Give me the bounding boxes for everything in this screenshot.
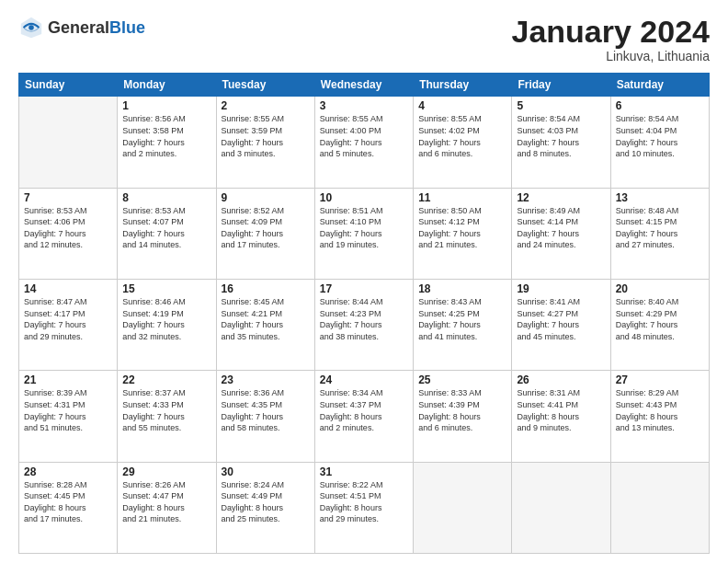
calendar-day-cell: 17Sunrise: 8:44 AMSunset: 4:23 PMDayligh… (314, 280, 413, 371)
day-info: Sunrise: 8:51 AMSunset: 4:10 PMDaylight:… (320, 205, 408, 251)
day-number: 5 (517, 99, 605, 112)
calendar-day-cell: 4Sunrise: 8:55 AMSunset: 4:02 PMDaylight… (414, 97, 512, 188)
calendar-day-cell: 18Sunrise: 8:43 AMSunset: 4:25 PMDayligh… (414, 280, 512, 371)
calendar-day-cell: 23Sunrise: 8:36 AMSunset: 4:35 PMDayligh… (216, 371, 314, 462)
day-number: 29 (122, 465, 210, 478)
calendar-day-cell: 16Sunrise: 8:45 AMSunset: 4:21 PMDayligh… (216, 280, 314, 371)
day-info: Sunrise: 8:54 AMSunset: 4:04 PMDaylight:… (616, 113, 704, 159)
day-info: Sunrise: 8:41 AMSunset: 4:27 PMDaylight:… (517, 296, 605, 342)
day-number: 25 (418, 373, 506, 386)
day-number: 9 (222, 191, 310, 204)
day-number: 4 (418, 99, 506, 112)
svg-point-1 (28, 25, 34, 30)
calendar-day-cell: 3Sunrise: 8:55 AMSunset: 4:00 PMDaylight… (314, 97, 413, 188)
location-subtitle: Linkuva, Lithuania (512, 49, 711, 63)
day-info: Sunrise: 8:55 AMSunset: 3:59 PMDaylight:… (222, 113, 310, 159)
day-number: 30 (222, 465, 310, 478)
day-number: 23 (222, 373, 310, 386)
day-number: 12 (517, 191, 605, 204)
day-info: Sunrise: 8:31 AMSunset: 4:41 PMDaylight:… (517, 387, 605, 433)
page: General Blue January 2024 Linkuva, Lithu… (0, 0, 728, 563)
day-number: 21 (24, 373, 112, 386)
calendar-day-cell: 6Sunrise: 8:54 AMSunset: 4:04 PMDaylight… (610, 97, 709, 188)
day-info: Sunrise: 8:54 AMSunset: 4:03 PMDaylight:… (517, 113, 605, 159)
logo-general-text: General (48, 18, 109, 38)
day-info: Sunrise: 8:22 AMSunset: 4:51 PMDaylight:… (320, 479, 408, 525)
day-info: Sunrise: 8:56 AMSunset: 3:58 PMDaylight:… (122, 113, 210, 159)
day-info: Sunrise: 8:55 AMSunset: 4:00 PMDaylight:… (320, 113, 408, 159)
calendar-day-cell: 30Sunrise: 8:24 AMSunset: 4:49 PMDayligh… (216, 462, 314, 553)
day-number: 16 (222, 282, 310, 295)
calendar-week-row: 7Sunrise: 8:53 AMSunset: 4:06 PMDaylight… (19, 188, 710, 279)
calendar-week-row: 21Sunrise: 8:39 AMSunset: 4:31 PMDayligh… (19, 371, 710, 462)
day-info: Sunrise: 8:46 AMSunset: 4:19 PMDaylight:… (122, 296, 210, 342)
day-number: 8 (122, 191, 210, 204)
day-number: 1 (122, 99, 210, 112)
logo-icon (18, 15, 44, 40)
day-number: 24 (320, 373, 408, 386)
day-info: Sunrise: 8:53 AMSunset: 4:07 PMDaylight:… (122, 205, 210, 251)
day-info: Sunrise: 8:29 AMSunset: 4:43 PMDaylight:… (616, 387, 704, 433)
calendar-day-header: Tuesday (216, 74, 314, 97)
day-info: Sunrise: 8:44 AMSunset: 4:23 PMDaylight:… (320, 296, 408, 342)
calendar-day-header: Saturday (610, 74, 709, 97)
logo-blue-text: Blue (109, 18, 145, 38)
day-number: 10 (320, 191, 408, 204)
day-info: Sunrise: 8:39 AMSunset: 4:31 PMDaylight:… (24, 387, 112, 433)
day-info: Sunrise: 8:50 AMSunset: 4:12 PMDaylight:… (418, 205, 506, 251)
calendar-day-cell: 22Sunrise: 8:37 AMSunset: 4:33 PMDayligh… (118, 371, 216, 462)
calendar-table: SundayMondayTuesdayWednesdayThursdayFrid… (18, 73, 710, 554)
day-number: 22 (122, 373, 210, 386)
day-number: 3 (320, 99, 408, 112)
calendar-day-cell: 27Sunrise: 8:29 AMSunset: 4:43 PMDayligh… (610, 371, 709, 462)
calendar-day-cell: 2Sunrise: 8:55 AMSunset: 3:59 PMDaylight… (216, 97, 314, 188)
calendar-week-row: 28Sunrise: 8:28 AMSunset: 4:45 PMDayligh… (19, 462, 710, 553)
day-info: Sunrise: 8:48 AMSunset: 4:15 PMDaylight:… (616, 205, 704, 251)
calendar-day-cell (19, 97, 118, 188)
calendar-day-cell: 24Sunrise: 8:34 AMSunset: 4:37 PMDayligh… (314, 371, 413, 462)
calendar-day-cell: 21Sunrise: 8:39 AMSunset: 4:31 PMDayligh… (19, 371, 118, 462)
calendar-week-row: 14Sunrise: 8:47 AMSunset: 4:17 PMDayligh… (19, 280, 710, 371)
calendar-day-cell: 20Sunrise: 8:40 AMSunset: 4:29 PMDayligh… (610, 280, 709, 371)
calendar-day-cell: 25Sunrise: 8:33 AMSunset: 4:39 PMDayligh… (414, 371, 512, 462)
day-number: 14 (24, 282, 112, 295)
day-info: Sunrise: 8:45 AMSunset: 4:21 PMDaylight:… (222, 296, 310, 342)
day-info: Sunrise: 8:28 AMSunset: 4:45 PMDaylight:… (24, 479, 112, 525)
calendar-day-header: Thursday (414, 74, 512, 97)
calendar-day-header: Monday (118, 74, 216, 97)
day-number: 2 (222, 99, 310, 112)
day-info: Sunrise: 8:43 AMSunset: 4:25 PMDaylight:… (418, 296, 506, 342)
day-info: Sunrise: 8:52 AMSunset: 4:09 PMDaylight:… (222, 205, 310, 251)
day-info: Sunrise: 8:40 AMSunset: 4:29 PMDaylight:… (616, 296, 704, 342)
calendar-day-cell (512, 462, 610, 553)
day-number: 20 (616, 282, 704, 295)
calendar-day-cell: 26Sunrise: 8:31 AMSunset: 4:41 PMDayligh… (512, 371, 610, 462)
day-number: 6 (616, 99, 704, 112)
calendar-day-cell: 15Sunrise: 8:46 AMSunset: 4:19 PMDayligh… (118, 280, 216, 371)
logo: General Blue (18, 15, 145, 40)
calendar-day-cell: 12Sunrise: 8:49 AMSunset: 4:14 PMDayligh… (512, 188, 610, 279)
calendar-day-cell: 1Sunrise: 8:56 AMSunset: 3:58 PMDaylight… (118, 97, 216, 188)
calendar-day-header: Sunday (19, 74, 118, 97)
day-number: 7 (24, 191, 112, 204)
calendar-day-header: Friday (512, 74, 610, 97)
calendar-day-cell: 10Sunrise: 8:51 AMSunset: 4:10 PMDayligh… (314, 188, 413, 279)
day-info: Sunrise: 8:33 AMSunset: 4:39 PMDaylight:… (418, 387, 506, 433)
day-info: Sunrise: 8:49 AMSunset: 4:14 PMDaylight:… (517, 205, 605, 251)
calendar-day-cell: 19Sunrise: 8:41 AMSunset: 4:27 PMDayligh… (512, 280, 610, 371)
day-number: 17 (320, 282, 408, 295)
day-number: 28 (24, 465, 112, 478)
calendar-day-cell (610, 462, 709, 553)
day-info: Sunrise: 8:47 AMSunset: 4:17 PMDaylight:… (24, 296, 112, 342)
day-info: Sunrise: 8:26 AMSunset: 4:47 PMDaylight:… (122, 479, 210, 525)
day-info: Sunrise: 8:34 AMSunset: 4:37 PMDaylight:… (320, 387, 408, 433)
day-info: Sunrise: 8:36 AMSunset: 4:35 PMDaylight:… (222, 387, 310, 433)
title-block: January 2024 Linkuva, Lithuania (512, 15, 711, 63)
calendar-header-row: SundayMondayTuesdayWednesdayThursdayFrid… (19, 74, 710, 97)
calendar-day-cell: 8Sunrise: 8:53 AMSunset: 4:07 PMDaylight… (118, 188, 216, 279)
day-info: Sunrise: 8:53 AMSunset: 4:06 PMDaylight:… (24, 205, 112, 251)
calendar-day-header: Wednesday (314, 74, 413, 97)
calendar-day-cell: 9Sunrise: 8:52 AMSunset: 4:09 PMDaylight… (216, 188, 314, 279)
month-title: January 2024 (512, 15, 711, 49)
calendar-week-row: 1Sunrise: 8:56 AMSunset: 3:58 PMDaylight… (19, 97, 710, 188)
